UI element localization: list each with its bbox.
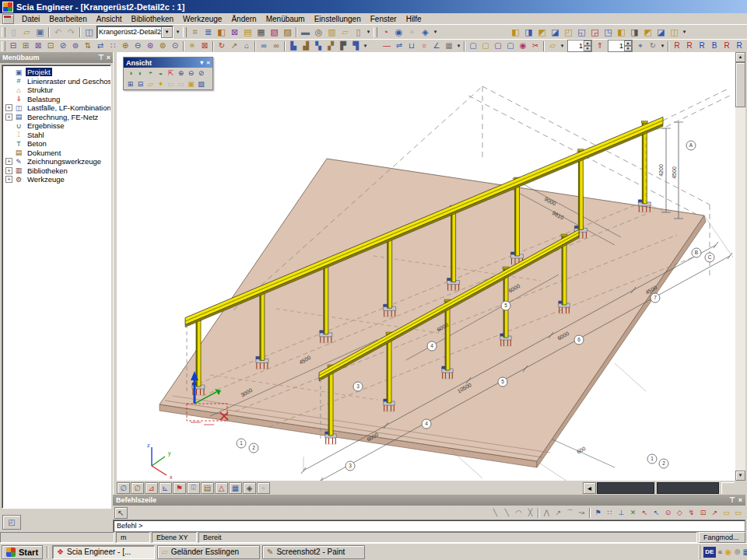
dimension-icon[interactable]: ⇌ (393, 40, 405, 51)
snap-center-icon[interactable]: ⊙ (662, 507, 674, 518)
snap-peak-icon[interactable]: ⋀ (541, 507, 552, 518)
zoom-out-icon[interactable]: ⊖ (186, 68, 196, 78)
toolbar-grip[interactable] (374, 27, 377, 37)
line-icon[interactable]: — (381, 40, 393, 51)
expand-icon[interactable]: + (5, 114, 12, 121)
menu-werkzeuge[interactable]: Werkzeuge (178, 14, 226, 24)
snap-nearest-icon[interactable]: ↯ (686, 507, 697, 518)
print-icon[interactable]: ▬ (299, 26, 312, 38)
layer-spinner-value[interactable] (608, 40, 624, 51)
snap-wave-icon[interactable]: ↝ (576, 507, 587, 518)
axis-view-icon[interactable]: ⇱ (166, 68, 176, 78)
result-normal-icon[interactable]: R (671, 40, 683, 51)
layer-spinner[interactable]: ▲▼ (608, 40, 633, 52)
snap-line-icon[interactable]: ╲ (489, 507, 501, 518)
snap-curve-icon[interactable]: ⌒ (564, 507, 576, 518)
select-cursor-icon[interactable]: ↖ (114, 507, 128, 519)
rotate-down-icon[interactable]: ◒ (156, 68, 166, 78)
select-entities-icon[interactable]: ⊕ (119, 40, 132, 51)
project-dropdown[interactable]: ▾ (365, 26, 372, 38)
spinner-down-icon[interactable]: ▼ (584, 46, 591, 51)
pin-icon[interactable]: ⊤ (729, 496, 735, 504)
close-icon[interactable]: × (738, 496, 742, 504)
menu-bearbeiten[interactable]: Bearbeiten (44, 14, 91, 24)
toolbar-grip[interactable] (2, 41, 5, 51)
perspective-icon[interactable]: ◳ (601, 26, 615, 38)
connect-icon[interactable]: ⌖ (405, 26, 419, 38)
sidebar-item-stahl[interactable]: ⌶Stahl (2, 131, 110, 140)
zoom-all-icon[interactable]: ⊟ (135, 79, 146, 89)
clipping-box-icon[interactable]: ▚ (312, 40, 324, 51)
project-settings-icon[interactable]: ⌗ (188, 26, 202, 38)
ucs-dropdown[interactable]: ▾ (659, 40, 666, 52)
snap-mid-icon[interactable]: ↖ (651, 507, 662, 518)
layer1-icon[interactable]: ▢ (467, 40, 479, 51)
expand-icon[interactable]: + (5, 176, 12, 183)
binoculars-icon[interactable]: ∞ (258, 40, 270, 51)
zoom-in-icon[interactable]: ⊕ (176, 68, 186, 78)
hatch-icon[interactable]: ▦ (443, 40, 455, 51)
snap-arc-icon[interactable]: ◠ (513, 507, 524, 518)
check-structure-icon[interactable]: ◉ (392, 26, 405, 38)
select-dimensions-icon[interactable]: ⇅ (82, 40, 94, 51)
folder-icon[interactable]: ▱ (338, 26, 352, 38)
chevron-down-icon[interactable]: ▾ (200, 59, 203, 66)
rotate-up-icon[interactable]: ◓ (146, 68, 156, 78)
snap-star-icon[interactable]: ✳ (186, 40, 198, 51)
zoom-margin-icon[interactable]: ▟ (300, 40, 312, 51)
redo-icon[interactable]: ↷ (65, 26, 78, 38)
snap-line2-icon[interactable]: ╲ (501, 507, 513, 518)
close-icon[interactable]: × (107, 54, 110, 61)
view-top-icon[interactable]: ◰ (562, 26, 575, 38)
sidebar-item-projekt[interactable]: ▣Projekt (2, 68, 110, 77)
angle-snap-icon[interactable]: ⊾ (159, 482, 172, 494)
refresh-icon[interactable]: ↻ (216, 40, 228, 51)
snap-inter-icon[interactable]: ✕ (627, 507, 639, 518)
result-shear-icon[interactable]: R (683, 40, 696, 51)
display-dropdown[interactable]: ▾ (362, 40, 369, 52)
prev-view-icon[interactable]: ▭ (166, 79, 176, 89)
sidebar-item-lastf-lle--lf-kombinatio[interactable]: +◫Lastfälle, LF-Kombinationen (2, 103, 110, 113)
sidebar-item-bibliotheken[interactable]: +▥Bibliotheken (2, 166, 110, 176)
combo-extra-dropdown[interactable]: ▾ (174, 26, 181, 38)
new-icon[interactable]: ▯ (7, 26, 20, 38)
close-icon[interactable]: × (206, 59, 210, 66)
spinner-up-icon[interactable]: ▲ (584, 40, 591, 46)
tools-dropdown[interactable]: ▾ (432, 26, 439, 38)
horizontal-scrollbar[interactable] (657, 482, 719, 494)
snap-layer1-icon[interactable]: ▭ (721, 507, 732, 518)
view-iso4-icon[interactable]: ◪ (654, 26, 668, 38)
horizontal-scrollbar[interactable] (597, 482, 654, 494)
result-stress-icon[interactable]: B (708, 40, 721, 51)
sidebar-item-struktur[interactable]: ⌂Struktur (2, 86, 110, 95)
snap-node-icon[interactable]: ◇ (674, 507, 686, 518)
open-layer-icon[interactable]: ▱ (546, 40, 559, 51)
render-icon[interactable]: ▜ (349, 40, 362, 51)
triangle-snap-icon[interactable]: ⊿ (145, 482, 158, 494)
pick-icon[interactable]: ↗ (228, 40, 240, 51)
view-dropdown[interactable]: ▾ (681, 26, 688, 38)
cut-icon[interactable]: ✂ (529, 40, 542, 51)
binoculars2-icon[interactable]: ∞ (270, 40, 282, 51)
taskbar-task-sciaengineer[interactable]: ❖Scia Engineer - [... (52, 545, 155, 559)
draw-dropdown[interactable]: ▾ (455, 40, 462, 52)
diamond-icon[interactable]: ◈ (243, 482, 256, 494)
snap-layer2-icon[interactable]: ▭ (732, 507, 744, 518)
network-monitor-icon[interactable]: ▦ (743, 548, 747, 556)
light-icon[interactable]: ✦ (156, 79, 166, 89)
view-left-icon[interactable]: ◩ (535, 26, 549, 38)
rotate-left-icon[interactable]: ◐ (135, 68, 146, 78)
angle-icon[interactable]: ∠ (430, 40, 443, 51)
menu-fenster[interactable]: Fenster (366, 14, 402, 24)
tray-chevron-icon[interactable]: « (718, 548, 723, 556)
activity-spinner-value[interactable] (568, 40, 584, 51)
child-window-icon[interactable] (2, 14, 14, 24)
scrollbar-thumb[interactable] (735, 62, 745, 107)
weld-icon[interactable]: ⊔ (405, 40, 418, 51)
view-back-icon[interactable]: ◨ (522, 26, 535, 38)
view-right-icon[interactable]: ◪ (549, 26, 562, 38)
ucs-icon[interactable]: ⌖ (634, 40, 647, 51)
blank-icon[interactable]: ▫ (257, 482, 270, 494)
grid-settings-icon[interactable]: ▦ (254, 26, 268, 38)
view-folder-icon[interactable]: ▱ (146, 79, 156, 89)
